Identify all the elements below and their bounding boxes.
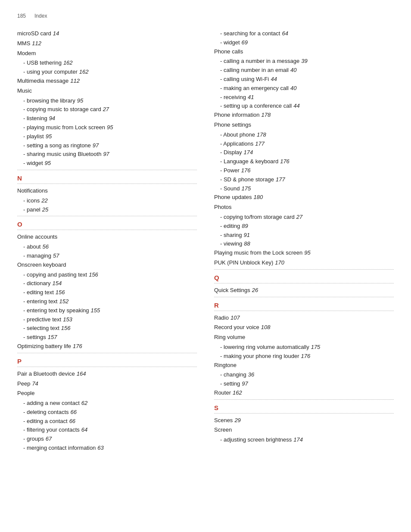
sub-entry-text: - Display: [220, 149, 242, 156]
page-number: 108: [261, 324, 271, 330]
page-number: 176: [280, 158, 290, 165]
section-letter: O: [17, 221, 197, 228]
index-sub-entry: - predictive text153: [17, 315, 197, 324]
section-divider: [17, 216, 197, 216]
sub-entry-text: - calling a number in a message: [220, 58, 299, 64]
index-sub-entry: - setting97: [214, 380, 394, 389]
sub-entry-text: - setting: [220, 380, 240, 387]
sub-entry-text: - Language & keyboard: [220, 158, 278, 165]
index-entry: Playing music from the Lock screen95: [214, 249, 394, 258]
page-number: 41: [248, 94, 254, 100]
page-number: 95: [45, 160, 51, 166]
page-number: 180: [253, 194, 263, 200]
index-sub-entry: - adjusting screen brightness174: [214, 436, 394, 445]
sub-entry-text: - making an emergency call: [220, 85, 289, 91]
section-divider: [17, 230, 197, 230]
index-entry: Music: [17, 87, 197, 96]
index-entry: microSD card14: [17, 29, 197, 38]
sub-entry-text: - listening: [23, 115, 47, 121]
index-entry: Pair a Bluetooth device164: [17, 370, 197, 379]
entry-text: Playing music from the Lock screen: [214, 249, 302, 256]
index-entry: Multimedia message112: [17, 77, 197, 86]
index-sub-entry: - SD & phone storage177: [214, 175, 394, 184]
right-column: - searching for a contact64- widget69Pho…: [214, 29, 394, 453]
index-sub-entry: - sharing music using Bluetooth97: [17, 150, 197, 159]
index-sub-entry: - lowering ring volume automatically175: [214, 343, 394, 352]
entry-text: MMS: [17, 40, 30, 47]
section-divider: [214, 413, 394, 414]
page-number: 153: [63, 316, 72, 323]
index-entry: Quick Settings26: [214, 286, 394, 295]
entry-text: Optimizing battery life: [17, 343, 71, 349]
page-number: 14: [53, 30, 59, 37]
sub-entry-text: - copying to/from storage card: [220, 214, 295, 220]
page-number: 25: [42, 206, 48, 213]
index-sub-entry: - browsing the library95: [17, 96, 197, 106]
page-number: 89: [242, 223, 248, 229]
index-sub-entry: - setting up a conference call44: [214, 102, 394, 111]
index-sub-entry: - editing a contact66: [17, 417, 197, 426]
page-number: 44: [293, 103, 299, 109]
sub-entry-text: - groups: [23, 436, 44, 442]
index-sub-entry: - settings157: [17, 333, 197, 342]
index-sub-entry: - Applications177: [214, 140, 394, 149]
entry-text: Radio: [214, 314, 229, 321]
entry-text: Phone information: [214, 112, 260, 118]
page-number: 175: [242, 185, 251, 192]
sub-entry-text: - SD & phone storage: [220, 176, 274, 183]
page-number: 22: [41, 197, 47, 204]
page-number: 94: [49, 115, 55, 121]
index-entry: Phone information178: [214, 111, 394, 120]
section-divider: [214, 283, 394, 283]
page-number: 112: [32, 40, 41, 47]
entry-text: Screen: [214, 426, 232, 433]
entry-text: Onscreen keyboard: [17, 261, 66, 268]
index-sub-entry: - changing36: [214, 370, 394, 380]
sub-entry-text: - icons: [23, 197, 40, 204]
page-number: 44: [271, 76, 277, 82]
index-entry: Photos: [214, 203, 394, 212]
entry-text: Photos: [214, 204, 231, 210]
sub-entry-text: - adding a new contact: [23, 400, 80, 406]
entry-text: Scenes: [214, 417, 233, 423]
index-sub-entry: - panel25: [17, 205, 197, 215]
index-sub-entry: - Language & keyboard176: [214, 157, 394, 166]
index-sub-entry: - Display174: [214, 148, 394, 157]
sub-entry-text: - merging contact information: [23, 445, 96, 451]
entry-text: microSD card: [17, 30, 51, 37]
index-sub-entry: - editing text156: [17, 288, 197, 297]
index-entry: Router162: [214, 389, 394, 398]
index-sub-entry: - Power176: [214, 166, 394, 175]
page-number: 67: [46, 436, 52, 442]
page-number: 156: [89, 271, 98, 278]
sub-entry-text: - dictionary: [23, 280, 51, 286]
index-sub-entry: - editing89: [214, 222, 394, 231]
entry-text: Phone updates: [214, 194, 252, 200]
entry-text: Phone settings: [214, 121, 251, 128]
index-sub-entry: - Sound175: [214, 184, 394, 193]
index-sub-entry: - setting a song as ringtone97: [17, 141, 197, 150]
entry-text: Ringtone: [214, 362, 237, 368]
entry-text: People: [17, 390, 34, 396]
sub-entry-text: - editing: [220, 223, 240, 229]
section-letter: S: [214, 404, 394, 411]
page-number: 112: [70, 78, 80, 84]
page-number: 156: [61, 325, 71, 331]
index-sub-entry: - sharing91: [214, 231, 394, 240]
index-entry: Onscreen keyboard: [17, 261, 197, 270]
page-number: 57: [53, 252, 59, 259]
sub-entry-text: - entering text by speaking: [23, 307, 89, 314]
entry-text: Modem: [17, 50, 36, 56]
section-divider: [214, 297, 394, 297]
page-number: 162: [79, 68, 89, 75]
sub-entry-text: - About phone: [220, 131, 255, 138]
index-sub-entry: - groups67: [17, 435, 197, 444]
index-entry: Ringtone: [214, 361, 394, 370]
sub-entry-text: - setting a song as ringtone: [23, 142, 91, 149]
entry-text: PUK (PIN Unblock Key): [214, 259, 273, 266]
section-divider: [17, 170, 197, 170]
sub-entry-text: - browsing the library: [23, 97, 75, 104]
page-number: 155: [90, 307, 100, 314]
sub-entry-text: - Power: [220, 167, 240, 174]
sub-entry-text: - searching for a contact: [220, 30, 280, 37]
